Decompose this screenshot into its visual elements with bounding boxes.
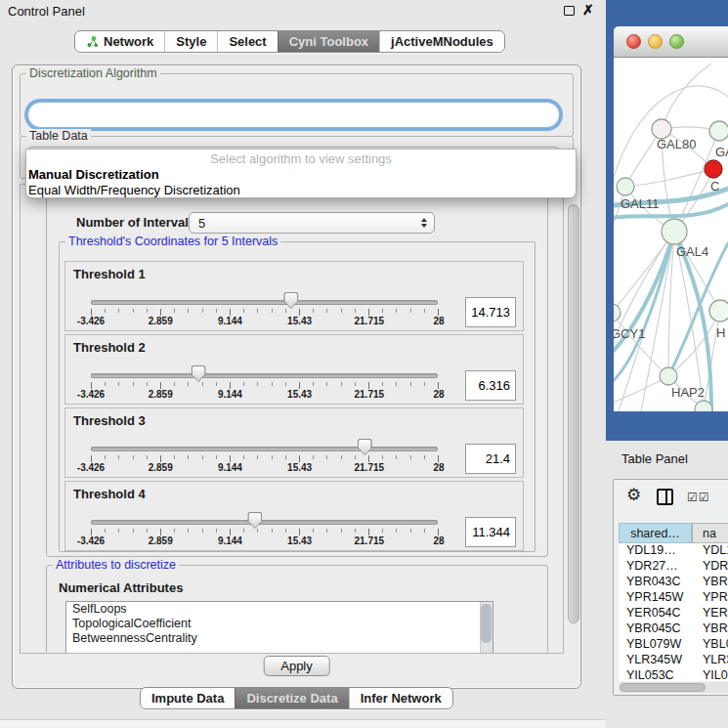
select-columns-icon[interactable]: ☑☑ [687, 491, 710, 504]
cell-shared-name[interactable]: YIL053C [619, 668, 692, 681]
cell-shared-name[interactable]: YER054C [619, 606, 692, 621]
slider-track[interactable] [91, 373, 438, 378]
algorithm-select[interactable] [27, 102, 560, 128]
horizontal-scrollbar[interactable] [619, 682, 728, 693]
threshold-slider[interactable]: -3.426 2.859 9.144 15.43 21. [91, 482, 438, 552]
table-row[interactable]: YBL079W YBL0 [619, 637, 728, 653]
numerical-attributes-list[interactable]: SelfLoops TopologicalCoefficient Between… [65, 601, 493, 654]
threshold-value-field[interactable] [465, 370, 516, 401]
threshold-slider[interactable]: -3.426 2.859 9.144 15.43 21. [91, 408, 438, 479]
cyni-toolbox-panel: Discretization Algorithm Table Data galF… [12, 64, 581, 689]
cell-name[interactable]: YBR0 [692, 621, 728, 637]
tab-cyni-toolbox[interactable]: Cyni Toolbox [278, 31, 379, 52]
tab-infer-network[interactable]: Infer Network [349, 688, 452, 708]
slider-tick-label: 9.144 [218, 316, 242, 326]
tab-label: Network [104, 34, 153, 49]
cell-name[interactable]: YPR1 [692, 590, 728, 606]
network-node[interactable] [617, 178, 634, 195]
network-node-label: H [716, 325, 725, 340]
network-node[interactable] [705, 160, 722, 178]
threshold-value-field[interactable] [465, 297, 516, 327]
apply-button[interactable]: Apply [263, 656, 330, 676]
split-view-icon[interactable] [657, 489, 673, 505]
tab-label: Select [229, 34, 266, 49]
cell-shared-name[interactable]: YLR345W [619, 653, 692, 668]
network-node[interactable] [660, 367, 677, 385]
list-item[interactable]: BetweennessCentrality [66, 631, 492, 646]
slider-track[interactable] [91, 520, 438, 525]
vertical-scrollbar-thumb[interactable] [568, 204, 579, 623]
zoom-window-icon[interactable] [669, 34, 684, 49]
float-window-icon[interactable] [564, 6, 575, 16]
tab-jactivemnodules[interactable]: jActiveMNodules [379, 31, 504, 52]
table-row[interactable]: YER054C YER0 [619, 606, 728, 621]
number-of-intervals-select[interactable]: 5 [189, 212, 435, 234]
tab-label: Discretize Data [246, 691, 337, 706]
minimize-window-icon[interactable] [648, 34, 663, 49]
cell-shared-name[interactable]: YBL079W [619, 637, 692, 653]
threshold-slider[interactable]: -3.426 2.859 9.144 15.43 21. [91, 262, 438, 332]
table-row[interactable]: YLR345W YLR3 [619, 653, 728, 668]
dropdown-option-equal-width-frequency[interactable]: Equal Width/Frequency Discretization [26, 183, 576, 198]
dropdown-option-manual-discretization[interactable]: Manual Discretization [26, 167, 576, 183]
close-icon[interactable]: ✗ [582, 2, 594, 18]
tab-style[interactable]: Style [164, 31, 217, 52]
slider-thumb[interactable] [247, 512, 262, 529]
threshold-slider[interactable]: -3.426 2.859 9.144 15.43 21. [91, 335, 438, 406]
cell-shared-name[interactable]: YBR043C [619, 575, 692, 590]
network-canvas[interactable]: GAL80GACGAL11GAL4GCY1HHAP2 [614, 58, 728, 411]
list-item[interactable]: TopologicalCoefficient [66, 617, 492, 631]
table-row[interactable]: YPR145W YPR1 [619, 590, 728, 606]
list-scrollbar-thumb[interactable] [481, 604, 492, 643]
threshold-panel: Threshold 4 -3.426 [64, 481, 524, 551]
network-node[interactable] [614, 304, 621, 321]
cell-name[interactable]: YBR0 [692, 575, 728, 590]
threshold-value-field[interactable] [465, 444, 516, 474]
tab-discretize-data[interactable]: Discretize Data [235, 688, 348, 708]
network-node[interactable] [709, 300, 728, 321]
number-of-intervals-label: Number of Intervals [76, 215, 195, 230]
slider-tick-label: 2.859 [149, 316, 173, 326]
slider-track[interactable] [91, 300, 438, 305]
network-node[interactable] [662, 219, 687, 244]
slider-thumb[interactable] [192, 365, 206, 382]
network-window-titlebar[interactable] [614, 26, 728, 58]
cell-name[interactable]: YBL0 [692, 637, 728, 653]
cell-shared-name[interactable]: YPR145W [619, 590, 692, 606]
thresholds-group: Threshold's Coordinates for 5 Intervals … [59, 241, 535, 552]
cell-shared-name[interactable]: YDR27… [619, 559, 692, 575]
column-header-shared-name[interactable]: shared… [619, 523, 692, 543]
cell-name[interactable]: YER0 [692, 606, 728, 621]
tab-impute-data[interactable]: Impute Data [141, 688, 235, 708]
cell-shared-name[interactable]: YBR045C [619, 621, 692, 637]
network-icon [86, 35, 99, 48]
cell-shared-name[interactable]: YDL19… [619, 543, 692, 559]
tab-network[interactable]: Network [75, 31, 164, 52]
slider-thumb[interactable] [358, 439, 372, 455]
cell-name[interactable]: YDR2 [692, 559, 728, 575]
tab-select[interactable]: Select [217, 31, 277, 52]
slider-thumb[interactable] [283, 292, 298, 309]
slider-tick-label: -3.426 [77, 462, 105, 473]
table-row[interactable]: YDR27… YDR2 [619, 559, 728, 575]
node-table-container: ⚙ ☑☑ shared… na YDL19… YDL1 [613, 479, 728, 696]
column-header-name[interactable]: na [692, 523, 728, 543]
cell-name[interactable]: YLR3 [692, 653, 728, 668]
threshold-value-field[interactable] [465, 517, 516, 547]
slider-tick-label: 28 [433, 389, 444, 400]
table-row[interactable]: YBR045C YBR0 [619, 621, 728, 637]
horizontal-scrollbar-thumb[interactable] [620, 683, 706, 692]
slider-track[interactable] [91, 447, 438, 451]
threshold-panel: Threshold 3 -3.426 [64, 407, 524, 478]
cell-name[interactable]: YDL1 [692, 543, 728, 559]
table-row[interactable]: YIL053C YIL0 [619, 668, 728, 681]
table-row[interactable]: YDL19… YDL1 [619, 543, 728, 559]
network-node[interactable] [652, 119, 671, 139]
slider-tick-label: 15.43 [287, 389, 312, 400]
close-window-icon[interactable] [626, 34, 641, 49]
cell-name[interactable]: YIL0 [692, 668, 728, 681]
list-item[interactable]: SelfLoops [66, 602, 492, 617]
table-row[interactable]: YBR043C YBR0 [619, 575, 728, 590]
gear-icon[interactable]: ⚙ [626, 486, 641, 505]
network-node[interactable] [709, 121, 728, 141]
